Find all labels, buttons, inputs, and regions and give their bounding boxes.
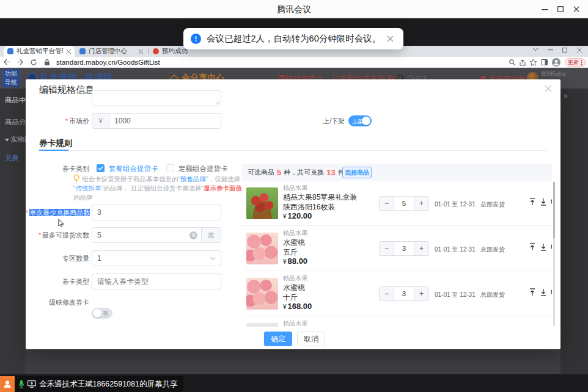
tab-gift-admin[interactable]: 礼盒营销平台管理中心	[4, 46, 75, 57]
max-pick-label: *最多可提货次数	[26, 227, 89, 243]
lightbulb-icon	[73, 175, 79, 183]
stepper-value[interactable]: 3	[394, 287, 414, 300]
move-to-top-icon[interactable]	[529, 243, 536, 251]
shelf-label: 上/下架	[323, 113, 345, 129]
shelf-toggle[interactable]: 上架	[348, 115, 372, 126]
quantity-stepper[interactable]: − 5 +	[379, 196, 429, 211]
zone-count-select[interactable]: 1	[92, 250, 221, 266]
screen-share-bar[interactable]: 金禾通技术王斌18662591081的屏幕共享	[15, 376, 183, 392]
tab-label: 门店管理中心	[89, 47, 136, 56]
close-icon[interactable]	[568, 0, 584, 18]
stepper-minus-button[interactable]: −	[380, 197, 394, 210]
profile-avatar-icon[interactable]	[552, 58, 560, 67]
exchangeable-total: 13	[326, 168, 335, 177]
required-asterisk: *	[65, 117, 68, 125]
reload-icon[interactable]	[27, 59, 40, 65]
resize-handle[interactable]	[215, 100, 219, 104]
max-pick-field[interactable]: 次	[92, 227, 221, 243]
nav-toggle-line2: 导航	[2, 78, 20, 87]
stepper-minus-button[interactable]: −	[380, 287, 394, 300]
tab-close-icon[interactable]	[67, 49, 71, 54]
tab-close-icon[interactable]	[139, 49, 143, 54]
collapsed-panel	[560, 89, 588, 374]
url-text[interactable]: standard.maboy.cn/GoodsGiftList	[56, 59, 160, 66]
max-pick-input[interactable]	[92, 231, 189, 239]
site-sidebar: 商品中 商品分 实物商 兑换	[0, 89, 26, 374]
stepper-plus-button[interactable]: +	[414, 287, 428, 300]
side-panel-icon[interactable]	[541, 59, 548, 65]
stepper-value[interactable]: 5	[394, 197, 414, 210]
clock-icon[interactable]	[551, 243, 552, 251]
chrome-menu-chevron-icon[interactable]	[528, 47, 543, 53]
forward-icon[interactable]	[13, 59, 27, 65]
tab-favicon	[79, 48, 86, 54]
cascade-label: 级联修改券卡	[26, 297, 89, 308]
market-price-input[interactable]	[109, 117, 221, 125]
stepper-value[interactable]: 3	[394, 242, 414, 255]
product-row: 精品水果 水蜜桃 五斤 ¥88.00 − 3 + 01-01 至 12-31 总…	[241, 226, 552, 271]
hint-traditional-split: 传统拆单	[76, 184, 101, 192]
checkbox-fixed-card[interactable]	[166, 164, 174, 172]
share-icon[interactable]	[520, 59, 526, 66]
product-image	[246, 187, 278, 219]
sidebar-item-goods-category[interactable]: 商品分	[5, 118, 26, 127]
chrome-maximize-icon[interactable]	[557, 47, 572, 53]
clear-icon[interactable]	[189, 231, 197, 239]
clock-icon[interactable]	[551, 198, 552, 206]
microphone-icon	[18, 380, 24, 388]
move-to-top-icon[interactable]	[529, 198, 536, 206]
modal-close-icon[interactable]	[545, 85, 552, 92]
minimize-icon[interactable]	[537, 0, 553, 18]
min-exchange-input[interactable]	[92, 208, 221, 217]
meeting-titlebar: 腾讯会议	[0, 0, 588, 18]
checkbox-combo-card[interactable]	[97, 164, 105, 172]
product-name: 精品大果85苹果礼盒装	[283, 192, 357, 203]
card-kind-input[interactable]	[92, 277, 221, 286]
quantity-stepper[interactable]: − 3 +	[379, 286, 429, 301]
stepper-minus-button[interactable]: −	[380, 242, 394, 255]
cascade-toggle[interactable]: 否	[92, 308, 112, 319]
stepper-plus-button[interactable]: +	[414, 242, 428, 255]
products-panel: 可选商品 5 种，共可兑换 13 件商品 选择商品 精品水果 精品大果85苹果礼…	[241, 164, 552, 327]
collapse-chevrons[interactable]: »	[564, 92, 568, 100]
move-to-bottom-icon[interactable]	[540, 288, 547, 296]
info-icon	[191, 34, 201, 44]
back-icon[interactable]	[0, 59, 13, 65]
tab-label: 礼盒营销平台管理中心	[17, 47, 64, 56]
checkbox-combo-card-label[interactable]: 套餐组合提货卡	[109, 164, 158, 173]
sidebar-item-exchange[interactable]: 兑换	[5, 153, 19, 162]
checkbox-fixed-card-label[interactable]: 定额组合提货卡	[178, 164, 228, 173]
min-exchange-field[interactable]	[92, 205, 221, 220]
select-products-button[interactable]: 选择商品	[342, 167, 372, 178]
clock-icon[interactable]	[551, 288, 552, 296]
panel-scrollbar-thumb[interactable]	[553, 182, 555, 238]
stepper-plus-button[interactable]: +	[414, 197, 428, 210]
unit-suffix: 次	[201, 228, 221, 242]
zoom-search-icon[interactable]	[509, 59, 515, 65]
bookmark-star-icon[interactable]	[530, 59, 537, 66]
card-kind-label: 券卡类型	[26, 274, 89, 289]
chevron-down-icon	[210, 256, 216, 260]
quantity-stepper[interactable]: − 3 +	[379, 241, 429, 256]
product-price: ¥168.00	[283, 302, 312, 311]
sidebar-item-physical-goods[interactable]: 实物商	[5, 135, 26, 144]
maximize-icon[interactable]	[553, 0, 568, 18]
card-kind-field[interactable]	[92, 274, 221, 289]
confirm-button[interactable]: 确定	[264, 332, 292, 346]
move-to-bottom-icon[interactable]	[540, 243, 547, 251]
nav-toggle[interactable]: 功能 导航	[2, 69, 20, 87]
chrome-minimize-icon[interactable]	[543, 47, 557, 53]
cancel-button[interactable]: 取消	[297, 332, 325, 346]
move-to-top-icon[interactable]	[529, 288, 536, 296]
chrome-close-icon[interactable]	[572, 47, 587, 53]
chrome-window-controls[interactable]	[528, 47, 587, 53]
product-date-range: 01-01 至 12-31	[435, 291, 476, 299]
chrome-update-button[interactable]: 更新	[565, 58, 586, 67]
spec-textarea[interactable]	[92, 90, 221, 106]
market-price-field[interactable]: ¥	[92, 113, 221, 129]
sharing-user-icon[interactable]	[0, 376, 15, 392]
tab-store-admin[interactable]: 门店管理中心	[76, 46, 147, 57]
notification-close-icon[interactable]	[387, 35, 394, 42]
sidebar-item-goods-center[interactable]: 商品中	[5, 96, 26, 105]
move-to-bottom-icon[interactable]	[540, 198, 547, 206]
